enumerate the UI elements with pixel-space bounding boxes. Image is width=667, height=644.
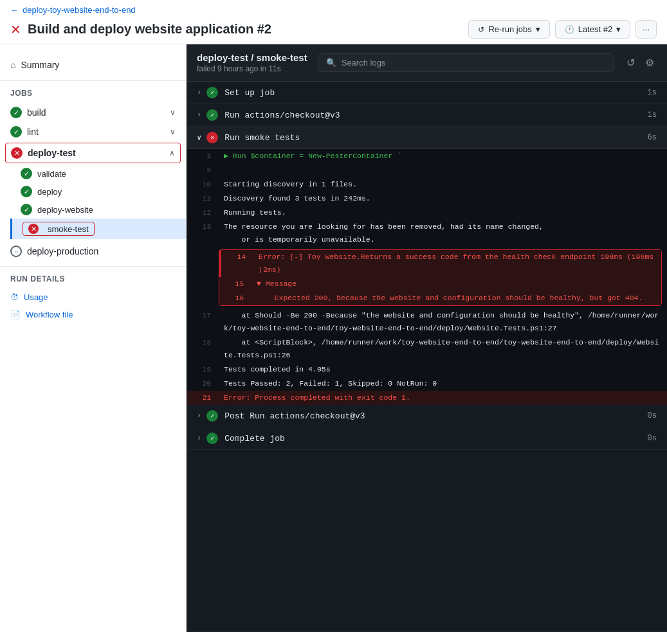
log-line-18: 18 at <ScriptBlock>, /home/runner/work/t… <box>187 335 667 362</box>
refresh-button[interactable]: ↺ <box>624 54 637 71</box>
log-line-12: 12 Running tests. <box>187 206 667 220</box>
log-line-10: 10 Starting discovery in 1 files. <box>187 177 667 192</box>
workflow-file-link[interactable]: 📄 Workflow file <box>0 306 186 323</box>
complete-step-name: Complete job <box>224 434 647 443</box>
smoke-test-status-icon: ✕ <box>28 224 39 234</box>
deploy-status-icon: ✓ <box>21 186 32 197</box>
workflow-file-label: Workflow file <box>26 310 73 319</box>
search-input[interactable] <box>342 58 605 67</box>
log-body[interactable]: › ✓ Set up job 1s › ✓ Run actions/checko… <box>187 82 667 632</box>
step-row-complete[interactable]: › ✓ Complete job 0s <box>187 427 667 450</box>
validate-status-icon: ✓ <box>21 168 32 179</box>
error-icon: ✕ <box>10 22 21 37</box>
build-job-name: build <box>27 107 170 118</box>
log-search-container: 🔍 <box>318 53 614 72</box>
sidebar-item-deploy-production[interactable]: ○ deploy-production <box>0 242 186 261</box>
deploy-job-name: deploy <box>37 187 62 197</box>
sidebar-item-validate[interactable]: ✓ validate <box>10 165 186 183</box>
lint-job-name: lint <box>27 127 170 137</box>
latest-label: Latest #2 <box>578 24 613 34</box>
home-icon: ⌂ <box>10 60 15 70</box>
checkout-step-time: 1s <box>648 111 657 120</box>
sidebar-divider-2 <box>0 266 186 267</box>
jobs-section-label: Jobs <box>0 86 186 100</box>
log-title: deploy-test / smoke-test failed 9 hours … <box>197 52 307 73</box>
rerun-icon: ↺ <box>478 25 484 34</box>
latest-button[interactable]: 🕐 Latest #2 ▾ <box>555 20 631 39</box>
log-title-sub: failed 9 hours ago in 11s <box>197 64 307 73</box>
rerun-jobs-button[interactable]: ↺ Re-run jobs ▾ <box>468 20 549 39</box>
step-row-setup[interactable]: › ✓ Set up job 1s <box>187 82 667 104</box>
sub-jobs-list: ✓ validate ✓ deploy ✓ deploy-website ✕ s… <box>0 165 186 239</box>
sidebar-item-lint[interactable]: ✓ lint ∨ <box>0 122 186 141</box>
search-box[interactable]: 🔍 <box>318 53 614 72</box>
rerun-label: Re-run jobs <box>488 24 531 34</box>
post-checkout-step-name: Post Run actions/checkout@v3 <box>224 411 647 421</box>
latest-chevron-icon: ▾ <box>616 24 621 34</box>
log-title-main: deploy-test / smoke-test <box>197 52 307 63</box>
checkout-step-name: Run actions/checkout@v3 <box>224 111 647 120</box>
sidebar-item-deploy-test[interactable]: ✕ deploy-test ∧ <box>6 143 180 163</box>
deploy-production-status-icon: ○ <box>10 246 22 257</box>
sidebar-summary-item[interactable]: ⌂ Summary <box>0 55 186 75</box>
deploy-test-chevron-icon: ∧ <box>169 148 175 157</box>
summary-label: Summary <box>21 60 59 70</box>
log-panel: deploy-test / smoke-test failed 9 hours … <box>187 44 667 632</box>
page-title: Build and deploy website application #2 <box>28 22 271 37</box>
post-checkout-status-icon: ✓ <box>206 410 218 422</box>
checkout-chevron-icon: › <box>197 111 201 120</box>
sidebar-item-smoke-test[interactable]: ✕ smoke-test <box>10 219 186 239</box>
step-row-smoke[interactable]: ∨ ✕ Run smoke tests 6s <box>187 127 667 149</box>
complete-status-icon: ✓ <box>206 433 218 444</box>
post-checkout-step-time: 0s <box>648 411 657 420</box>
error-outline-box: 14 Error: [-] Toy Website.Returns a succ… <box>219 249 662 306</box>
complete-step-time: 0s <box>648 434 657 443</box>
log-line-14: 14 Error: [-] Toy Website.Returns a succ… <box>219 250 661 277</box>
post-checkout-chevron-icon: › <box>197 411 201 420</box>
deploy-test-error-box: ✕ deploy-test ∧ <box>5 143 181 163</box>
clock-icon: 🕐 <box>565 25 574 34</box>
log-line-20: 20 Tests Passed: 2, Failed: 1, Skipped: … <box>187 377 667 391</box>
log-line-13: 13 The resource you are looking for has … <box>187 220 667 247</box>
usage-label: Usage <box>24 292 48 302</box>
smoke-step-time: 6s <box>648 133 657 142</box>
lint-status-icon: ✓ <box>10 126 22 138</box>
sidebar-item-build[interactable]: ✓ build ∨ <box>0 103 186 122</box>
build-chevron-icon: ∨ <box>170 108 176 117</box>
log-header: deploy-test / smoke-test failed 9 hours … <box>187 44 667 82</box>
smoke-test-error-box: ✕ smoke-test <box>23 222 95 236</box>
sidebar-item-deploy-website[interactable]: ✓ deploy-website <box>10 201 186 219</box>
main-layout: ⌂ Summary Jobs ✓ build ∨ ✓ lint ∨ ✕ depl… <box>0 44 667 632</box>
deploy-test-status-icon: ✕ <box>11 147 23 159</box>
log-line-1: 1 ▶ Run $container = New-PesterContainer… <box>187 149 667 163</box>
setup-step-name: Set up job <box>224 88 647 98</box>
step-row-post-checkout[interactable]: › ✓ Post Run actions/checkout@v3 0s <box>187 405 667 427</box>
usage-link[interactable]: ⏱ Usage <box>0 289 186 306</box>
breadcrumb[interactable]: ← deploy-toy-website-end-to-end <box>10 5 657 15</box>
log-line-9: 9 <box>187 163 667 177</box>
smoke-status-icon: ✕ <box>206 132 218 143</box>
log-lines: 1 ▶ Run $container = New-PesterContainer… <box>187 149 667 405</box>
validate-job-name: validate <box>37 169 66 179</box>
more-button[interactable]: ··· <box>635 20 657 39</box>
settings-button[interactable]: ⚙ <box>643 54 657 71</box>
deploy-test-job-name: deploy-test <box>28 148 169 158</box>
sidebar-divider-1 <box>0 80 186 81</box>
deploy-website-status-icon: ✓ <box>21 204 32 215</box>
more-label: ··· <box>643 24 650 34</box>
clock-small-icon: ⏱ <box>10 292 19 302</box>
checkout-status-icon: ✓ <box>206 109 218 121</box>
page-title-row: ✕ Build and deploy website application #… <box>10 20 657 39</box>
sidebar: ⌂ Summary Jobs ✓ build ∨ ✓ lint ∨ ✕ depl… <box>0 44 187 632</box>
setup-status-icon: ✓ <box>206 87 218 98</box>
smoke-test-job-name: smoke-test <box>48 224 89 234</box>
sidebar-item-deploy[interactable]: ✓ deploy <box>10 183 186 201</box>
setup-step-time: 1s <box>648 88 657 97</box>
log-line-17: 17 at Should -Be 200 -Because "the websi… <box>187 309 667 335</box>
step-row-checkout[interactable]: › ✓ Run actions/checkout@v3 1s <box>187 104 667 127</box>
deploy-website-job-name: deploy-website <box>37 205 93 215</box>
breadcrumb-text: deploy-toy-website-end-to-end <box>23 5 136 15</box>
top-bar: ← deploy-toy-website-end-to-end ✕ Build … <box>0 0 667 44</box>
log-line-21: 21 Error: Process completed with exit co… <box>187 391 667 405</box>
smoke-chevron-icon: ∨ <box>197 133 201 143</box>
